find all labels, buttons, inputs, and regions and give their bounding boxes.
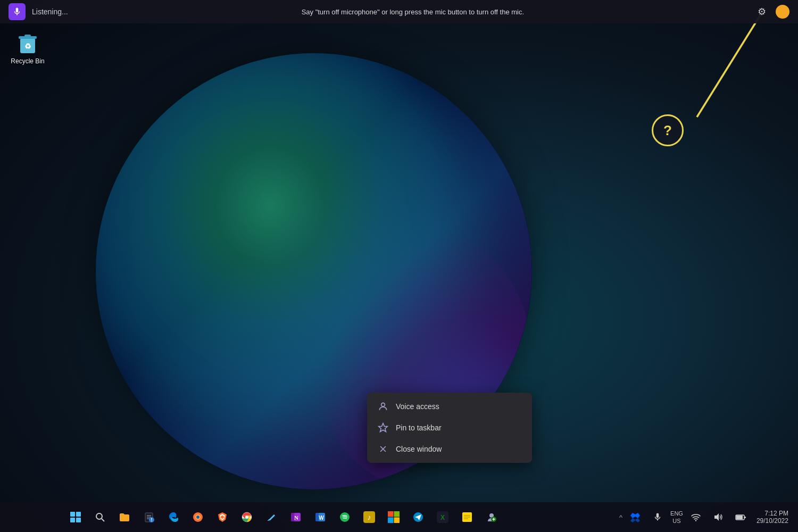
- taskbar-brave[interactable]: [211, 505, 234, 529]
- taskbar-start-button[interactable]: [64, 505, 87, 529]
- voice-toolbar: Listening... Say "turn off microphone" o…: [0, 0, 798, 23]
- clock-time: 7:12 PM: [764, 510, 788, 517]
- language-indicator[interactable]: ENG US: [670, 510, 683, 525]
- taskbar-word[interactable]: W: [309, 505, 332, 529]
- lang-bottom: US: [672, 517, 680, 525]
- taskbar-xbox[interactable]: X: [431, 505, 454, 529]
- recycle-bin-svg: ♻: [15, 30, 40, 55]
- context-menu: Voice access Pin to taskbar Close window: [367, 393, 532, 463]
- taskbar: N W: [0, 502, 798, 532]
- voice-instruction-text: Say "turn off microphone" or long press …: [74, 8, 751, 16]
- taskbar-ms-store[interactable]: [382, 505, 405, 529]
- close-window-icon: [378, 444, 388, 454]
- svg-rect-40: [394, 511, 400, 517]
- taskbar-edge[interactable]: [162, 505, 185, 529]
- taskbar-notepad[interactable]: [137, 505, 161, 529]
- dropbox-tray-icon[interactable]: [626, 508, 645, 527]
- svg-point-28: [245, 516, 248, 519]
- svg-text:♻: ♻: [24, 42, 31, 51]
- menu-item-voice-access-label: Voice access: [396, 402, 439, 411]
- svg-line-14: [102, 519, 104, 521]
- menu-item-pin-taskbar-label: Pin to taskbar: [396, 423, 442, 432]
- clock-date: 29/10/2022: [757, 517, 788, 525]
- volume-icon[interactable]: [709, 508, 728, 527]
- svg-text:W: W: [319, 515, 324, 521]
- svg-text:♪: ♪: [367, 513, 371, 521]
- svg-rect-3: [24, 35, 31, 37]
- lang-top: ENG: [670, 510, 683, 517]
- menu-item-pin-taskbar[interactable]: Pin to taskbar: [367, 417, 532, 438]
- recycle-bin-icon[interactable]: ♻ Recycle Bin: [5, 28, 50, 68]
- taskbar-onenote[interactable]: N: [284, 505, 307, 529]
- user-avatar[interactable]: [776, 5, 789, 19]
- taskbar-music-app[interactable]: ♪: [358, 505, 381, 529]
- mic-button[interactable]: [9, 3, 26, 20]
- battery-icon[interactable]: [731, 508, 750, 527]
- tray-chevron[interactable]: ^: [619, 513, 622, 521]
- svg-point-54: [695, 520, 696, 521]
- svg-rect-57: [744, 517, 746, 518]
- taskbar-firefox[interactable]: [186, 505, 210, 529]
- taskbar-pen-app[interactable]: [260, 505, 283, 529]
- svg-marker-6: [379, 423, 388, 432]
- svg-rect-39: [388, 511, 394, 517]
- svg-rect-42: [394, 518, 400, 523]
- mic-tray-icon[interactable]: [648, 508, 667, 527]
- wifi-icon[interactable]: [686, 508, 705, 527]
- toolbar-right-area: ⚙: [758, 5, 789, 19]
- svg-point-13: [96, 513, 102, 519]
- taskbar-center-icons: N W: [64, 505, 503, 529]
- microphone-icon: [12, 7, 22, 16]
- svg-text:X: X: [440, 514, 445, 521]
- taskbar-search-button[interactable]: [88, 505, 112, 529]
- svg-text:N: N: [294, 514, 298, 521]
- svg-rect-10: [76, 512, 81, 517]
- taskbar-people[interactable]: [480, 505, 503, 529]
- taskbar-sticky-notes[interactable]: [455, 505, 479, 529]
- taskbar-telegram[interactable]: [406, 505, 430, 529]
- menu-item-close-window-label: Close window: [396, 445, 442, 453]
- settings-icon[interactable]: ⚙: [758, 6, 766, 18]
- svg-rect-12: [76, 518, 81, 522]
- svg-point-5: [381, 403, 385, 406]
- svg-line-0: [697, 14, 761, 117]
- svg-rect-9: [70, 512, 75, 517]
- svg-point-36: [340, 512, 350, 522]
- voice-access-icon: [378, 401, 388, 412]
- help-button[interactable]: ?: [652, 114, 684, 146]
- svg-rect-56: [736, 516, 743, 519]
- svg-rect-11: [70, 518, 75, 522]
- menu-item-voice-access[interactable]: Voice access: [367, 396, 532, 417]
- taskbar-file-explorer[interactable]: [113, 505, 136, 529]
- recycle-bin-label: Recycle Bin: [11, 57, 44, 66]
- desktop: Listening... Say "turn off microphone" o…: [0, 0, 798, 532]
- pin-taskbar-icon: [378, 422, 388, 433]
- arrow-annotation: [644, 12, 766, 123]
- taskbar-spotify[interactable]: [333, 505, 356, 529]
- taskbar-chrome[interactable]: [235, 505, 259, 529]
- svg-rect-41: [388, 518, 394, 523]
- system-clock[interactable]: 7:12 PM 29/10/2022: [753, 509, 792, 526]
- listening-label: Listening...: [32, 7, 68, 16]
- svg-point-25: [221, 516, 224, 519]
- taskbar-system-tray: ^ ENG US: [619, 508, 792, 527]
- svg-point-24: [196, 516, 200, 519]
- menu-item-close-window[interactable]: Close window: [367, 438, 532, 460]
